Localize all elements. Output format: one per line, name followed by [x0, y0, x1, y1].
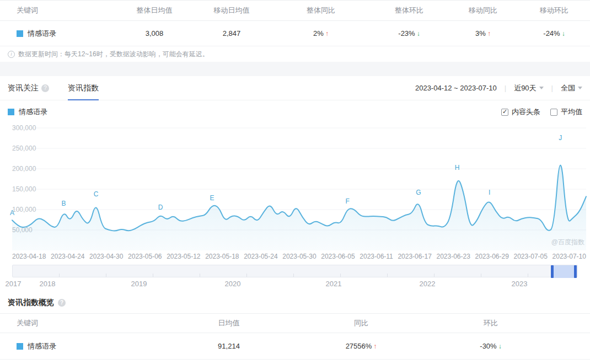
col-keyword: 关键词 — [0, 318, 127, 328]
keyword-label: 情感语录 — [28, 341, 56, 351]
trend-arrow-icon: ↓ — [498, 342, 502, 350]
section-divider-band — [0, 62, 590, 76]
keyword-label: 情感语录 — [28, 29, 56, 39]
col-mom: 环比 — [391, 318, 590, 328]
svg-text:B: B — [62, 200, 66, 207]
separator: | — [551, 84, 553, 92]
x-axis-tick-label: 2023-06-05 — [321, 253, 355, 260]
trend-arrow-icon: ↑ — [373, 342, 377, 350]
daily-avg-value: 91,214 — [127, 342, 331, 350]
checkbox-average[interactable]: 平均值 — [550, 107, 582, 117]
timeline-year-label: 2022 — [420, 280, 436, 288]
tab-zixun-zhishu[interactable]: 资讯指数 — [68, 76, 99, 100]
time-range-select[interactable]: 近90天 — [514, 83, 543, 93]
mom-value: -30%↓ — [391, 342, 590, 350]
help-icon[interactable]: ? — [41, 84, 49, 92]
svg-text:D: D — [158, 204, 163, 211]
legend-item-keyword[interactable]: 情感语录 — [8, 107, 47, 117]
col-overall-daily-avg: 整体日均值 — [117, 6, 192, 15]
col-keyword: 关键词 — [0, 6, 117, 15]
tab-zixun-guanzhu[interactable]: 资讯关注 ? — [8, 76, 49, 100]
x-axis-tick-label: 2023-06-17 — [398, 253, 431, 260]
checkbox-icon — [501, 109, 508, 116]
trend-chart[interactable]: 300,000250,000200,000150,000100,00050,00… — [0, 124, 590, 250]
svg-text:100,000: 100,000 — [12, 206, 36, 213]
col-overall-mom: 整体环比 — [371, 6, 448, 15]
svg-text:G: G — [416, 189, 421, 196]
date-range-text[interactable]: 2023-04-12 ~ 2023-07-10 — [415, 84, 497, 92]
keyword-color-swatch — [17, 343, 23, 350]
separator: | — [505, 84, 506, 92]
mobile-mom-value: -24%↓ — [518, 29, 590, 38]
svg-text:E: E — [210, 194, 214, 202]
range-controls: 2023-04-12 ~ 2023-07-10 | 近90天 | 全国 — [415, 83, 582, 93]
overall-mom-value: -23%↓ — [371, 29, 448, 38]
x-axis-tick-label: 2023-05-12 — [167, 253, 200, 260]
svg-text:300,000: 300,000 — [12, 124, 36, 132]
svg-text:150,000: 150,000 — [12, 185, 36, 193]
overview-table-header: 关键词 日均值 同比 环比 — [0, 313, 590, 333]
trend-arrow-icon: ↑ — [487, 30, 491, 38]
x-axis-tick-label: 2023-05-30 — [282, 253, 316, 260]
col-mobile-daily-avg: 移动日均值 — [192, 6, 271, 15]
x-axis-tick-label: 2023-06-11 — [360, 253, 393, 260]
trend-arrow-icon: ↓ — [417, 30, 420, 38]
timeline-year-label: 2018 — [40, 280, 56, 288]
timeline-slider-zone: 2017201820192020202120222023 — [0, 265, 590, 290]
slider-handle-right[interactable] — [574, 265, 577, 278]
keyword-table-row: 情感语录 3,008 2,847 2%↑ -23%↓ 3%↑ -24%↓ — [0, 21, 590, 46]
keyword-cell[interactable]: 情感语录 — [0, 341, 127, 351]
baidu-index-page: 关键词 整体日均值 移动日均值 整体同比 整体环比 移动同比 移动环比 情感语录… — [0, 0, 590, 364]
svg-text:F: F — [346, 197, 350, 205]
trend-chart-card: 资讯关注 ? 资讯指数 2023-04-12 ~ 2023-07-10 | 近9… — [0, 76, 590, 290]
x-axis-tick-label: 2023-06-23 — [436, 253, 470, 260]
region-select[interactable]: 全国 — [561, 83, 582, 93]
col-yoy: 同比 — [331, 318, 391, 328]
keyword-cell[interactable]: 情感语录 — [0, 29, 117, 39]
trend-arrow-icon: ↑ — [325, 30, 329, 38]
x-axis-tick-label: 2023-05-18 — [205, 253, 239, 260]
timeline-selection[interactable] — [552, 265, 575, 278]
svg-text:I: I — [489, 189, 490, 196]
svg-text:200,000: 200,000 — [12, 165, 36, 173]
x-axis-tick-label: 2023-04-30 — [89, 253, 123, 260]
keyword-stats-table: 关键词 整体日均值 移动日均值 整体同比 整体环比 移动同比 移动环比 情感语录… — [0, 0, 590, 62]
timeline-slider-track[interactable] — [12, 265, 578, 277]
timeline-year-labels: 2017201820192020202120222023 — [0, 280, 590, 288]
x-axis-tick-label: 2023-07-10 — [553, 253, 586, 260]
x-axis-tick-label: 2023-06-29 — [475, 253, 508, 260]
checkbox-icon — [550, 109, 557, 116]
overall-yoy-value: 2%↑ — [271, 29, 371, 38]
overall-daily-avg-value: 3,008 — [117, 29, 192, 38]
x-axis-tick-label: 2023-05-06 — [128, 253, 162, 260]
timeline-year-label: 2019 — [131, 280, 147, 288]
keyword-color-swatch — [17, 30, 23, 37]
x-axis-tick-label: 2023-05-24 — [244, 253, 277, 260]
col-overall-yoy: 整体同比 — [271, 6, 371, 15]
chevron-down-icon — [539, 87, 544, 89]
x-axis-tick-label: 2023-04-24 — [51, 253, 84, 260]
help-icon[interactable]: ? — [58, 299, 66, 307]
legend-color-swatch — [8, 109, 14, 115]
checkbox-content-headline[interactable]: 内容头条 — [501, 107, 540, 117]
timeline-year-label: 2023 — [512, 280, 528, 288]
x-axis-tick-label: 2023-04-18 — [12, 253, 46, 260]
yoy-value: 27556%↑ — [331, 342, 391, 350]
index-overview-section: 资讯指数概览 ? 关键词 日均值 同比 环比 情感语录 91,214 27556… — [0, 290, 590, 360]
slider-handle-left[interactable] — [551, 265, 554, 278]
mobile-yoy-value: 3%↑ — [448, 29, 518, 38]
col-mobile-yoy: 移动同比 — [448, 6, 518, 15]
svg-text:C: C — [94, 190, 99, 198]
chevron-down-icon — [578, 87, 582, 89]
svg-text:H: H — [455, 164, 460, 172]
data-update-note: i 数据更新时间：每天12~16时，受数据波动影响，可能会有延迟。 — [0, 46, 590, 62]
svg-text:A: A — [10, 209, 14, 217]
timeline-year-label: 2021 — [326, 280, 342, 288]
info-icon: i — [8, 51, 15, 58]
x-axis-labels: 2023-04-182023-04-242023-04-302023-05-06… — [12, 253, 586, 260]
overview-title: 资讯指数概览 — [8, 298, 54, 308]
trend-line-chart-svg: 300,000250,000200,000150,000100,00050,00… — [0, 124, 590, 250]
chart-option-checkboxes: 内容头条 平均值 — [501, 107, 582, 117]
mobile-daily-avg-value: 2,847 — [192, 29, 271, 38]
timeline-year-label: 2020 — [225, 280, 241, 288]
